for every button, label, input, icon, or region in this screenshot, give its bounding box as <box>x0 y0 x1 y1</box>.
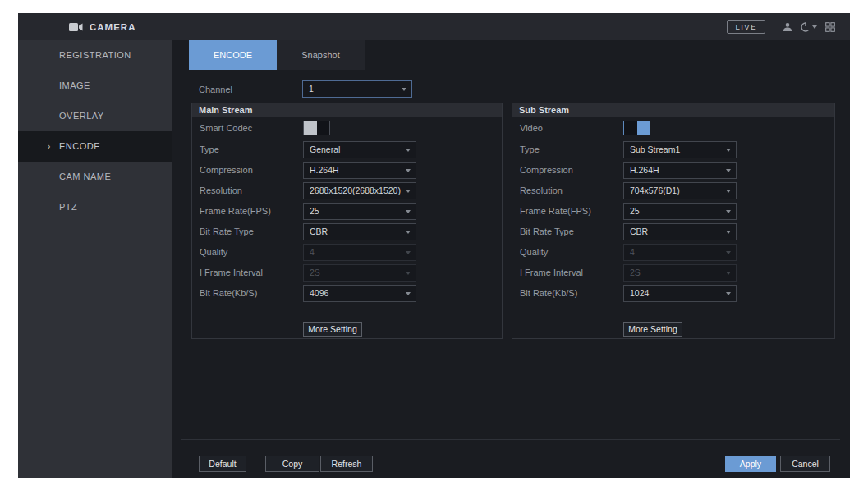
setting-select[interactable]: General <box>303 141 416 158</box>
sidebar-item-ptz[interactable]: › PTZ <box>18 192 172 222</box>
cancel-button[interactable]: Cancel <box>780 456 830 472</box>
setting-select[interactable]: Sub Stream1 <box>623 141 737 158</box>
dropdown-caret-icon <box>726 190 731 193</box>
sidebar-item-label: CAM NAME <box>59 172 111 181</box>
channel-select[interactable]: 1 <box>302 80 412 98</box>
setting-row: Quality 4 <box>200 244 502 261</box>
toggle-row: Smart Codec <box>200 120 502 137</box>
dropdown-caret-icon <box>726 149 731 152</box>
setting-label: Frame Rate(FPS) <box>200 206 271 216</box>
setting-select[interactable]: 2688x1520(2688x1520) <box>303 182 416 199</box>
setting-row: Type General <box>200 141 502 158</box>
content-area: ENCODE Snapshot Channel 1 Main Stream Sm… <box>172 40 850 478</box>
dropdown-caret-icon <box>406 149 411 152</box>
sidebar-item-label: IMAGE <box>59 80 90 90</box>
setting-label: Bit Rate(Kb/S) <box>200 288 257 298</box>
setting-value: 704x576(D1) <box>630 185 680 195</box>
setting-select[interactable]: 704x576(D1) <box>623 182 737 199</box>
setting-select: 2S <box>303 264 416 282</box>
setting-row: Bit Rate(Kb/S) 1024 <box>520 285 834 302</box>
copy-button[interactable]: Copy <box>265 456 319 472</box>
selected-arrow-icon: › <box>48 131 51 162</box>
setting-row: Resolution 2688x1520(2688x1520) <box>200 182 502 199</box>
toggle-track <box>637 121 650 135</box>
setting-value: H.264H <box>310 165 339 175</box>
toggle-knob <box>624 121 637 135</box>
setting-select[interactable]: 25 <box>303 203 416 220</box>
dropdown-caret-icon <box>406 190 411 193</box>
setting-row: Frame Rate(FPS) 25 <box>200 203 502 220</box>
setting-row: Bit Rate Type CBR <box>200 223 502 240</box>
titlebar-divider <box>774 21 774 33</box>
video-toggle[interactable] <box>623 121 650 135</box>
page-title: CAMERA <box>90 22 135 32</box>
main-more-setting-button[interactable]: More Setting <box>303 322 362 337</box>
dropdown-caret-icon <box>402 88 406 91</box>
dropdown-caret-icon <box>726 292 731 295</box>
setting-value: CBR <box>630 227 648 236</box>
sidebar-item-image[interactable]: › IMAGE <box>18 71 172 101</box>
setting-select[interactable]: 1024 <box>623 285 737 302</box>
sidebar-item-encode[interactable]: › ENCODE <box>18 131 172 162</box>
setting-value: 2S <box>630 268 641 277</box>
main-stream-group: Main Stream Smart Codec Type General Com… <box>191 103 503 339</box>
refresh-button[interactable]: Refresh <box>320 456 373 472</box>
dropdown-caret-icon <box>406 231 411 234</box>
channel-label: Channel <box>199 80 232 98</box>
setting-label: Resolution <box>200 185 242 195</box>
channel-value: 1 <box>309 84 314 94</box>
setting-value: 4 <box>630 247 635 257</box>
toggle-label: Smart Codec <box>200 123 252 133</box>
sidebar-item-label: PTZ <box>59 202 77 212</box>
setting-row: I Frame Interval 2S <box>520 264 834 282</box>
apply-button[interactable]: Apply <box>725 456 776 472</box>
titlebar-actions: LIVE <box>727 13 835 40</box>
tab-snapshot[interactable]: Snapshot <box>277 40 365 70</box>
setting-row: Compression H.264H <box>520 162 834 179</box>
chevron-down-icon <box>812 25 817 29</box>
setting-row: Resolution 704x576(D1) <box>520 182 834 199</box>
default-button[interactable]: Default <box>199 456 246 472</box>
tab-encode[interactable]: ENCODE <box>189 40 277 70</box>
setting-select[interactable]: 25 <box>623 203 737 220</box>
setting-select[interactable]: CBR <box>303 223 416 240</box>
toggle-label: Video <box>520 123 543 133</box>
sidebar-item-label: ENCODE <box>59 141 100 151</box>
sidebar-item-registration[interactable]: › REGISTRATION <box>18 40 172 71</box>
sub-more-setting-button[interactable]: More Setting <box>623 322 682 337</box>
dropdown-caret-icon <box>726 169 731 172</box>
setting-value: CBR <box>310 227 328 236</box>
sidebar-item-label: OVERLAY <box>59 111 104 121</box>
setting-select[interactable]: CBR <box>623 223 737 240</box>
setting-value: 2688x1520(2688x1520) <box>310 185 401 195</box>
video-camera-icon <box>69 22 83 32</box>
logout-icon[interactable] <box>801 22 817 32</box>
live-button[interactable]: LIVE <box>727 20 765 34</box>
smart-codec-toggle[interactable] <box>303 121 330 135</box>
dropdown-caret-icon <box>726 272 731 275</box>
setting-select: 4 <box>623 244 737 261</box>
user-icon[interactable] <box>783 22 792 32</box>
sidebar-item-overlay[interactable]: › OVERLAY <box>18 101 172 131</box>
setting-label: Bit Rate Type <box>520 227 574 236</box>
dropdown-caret-icon <box>726 231 731 234</box>
grid-icon[interactable] <box>825 22 835 32</box>
sub-stream-group: Sub Stream Video Type Sub Stream1 Compre… <box>512 103 835 339</box>
setting-select: 4 <box>303 244 416 261</box>
dropdown-caret-icon <box>726 251 731 254</box>
dropdown-caret-icon <box>406 169 411 172</box>
setting-row: Bit Rate(Kb/S) 4096 <box>200 285 502 302</box>
setting-label: Resolution <box>520 185 563 195</box>
setting-label: Type <box>520 144 540 154</box>
setting-label: Compression <box>200 165 253 175</box>
setting-select: 2S <box>623 264 737 282</box>
setting-select[interactable]: H.264H <box>623 162 737 179</box>
main-stream-title: Main Stream <box>192 103 502 117</box>
setting-select[interactable]: H.264H <box>303 162 416 179</box>
dropdown-caret-icon <box>406 210 411 213</box>
setting-select[interactable]: 4096 <box>303 285 416 302</box>
setting-label: I Frame Interval <box>520 268 583 277</box>
toggle-knob <box>304 121 317 135</box>
sidebar-item-cam-name[interactable]: › CAM NAME <box>18 162 172 192</box>
setting-label: Frame Rate(FPS) <box>520 206 591 216</box>
